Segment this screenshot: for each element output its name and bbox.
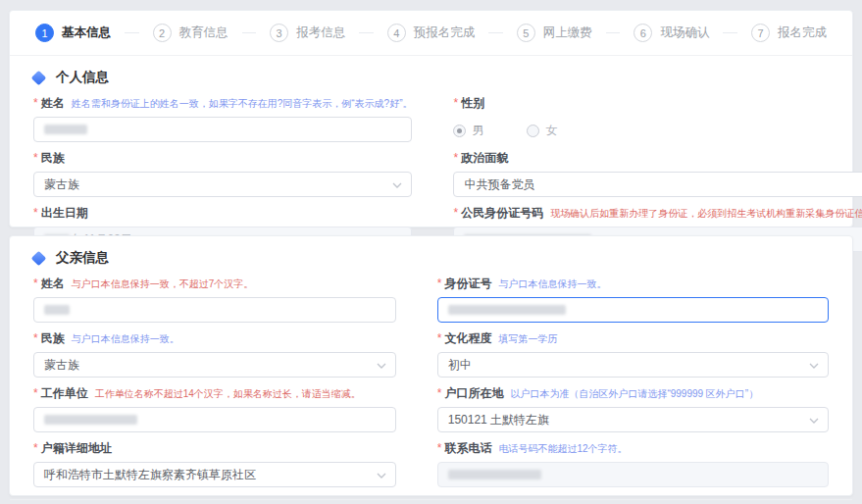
required-asterisk: * — [437, 331, 442, 345]
field-label: 公民身份证号码 — [461, 205, 543, 222]
field-hint: 以户口本为准（自治区外户口请选择“999999 区外户口”） — [510, 387, 758, 401]
required-asterisk: * — [437, 441, 442, 455]
step-online-payment[interactable]: 5 网上缴费 — [517, 24, 592, 42]
step-onsite-confirmation[interactable]: 6 现场确认 — [634, 24, 709, 42]
field-father-education: * 文化程度 填写第一学历 初中 — [437, 330, 829, 378]
radio-label: 男 — [472, 123, 483, 139]
field-label: 文化程度 — [444, 330, 491, 347]
field-label: 户口所在地 — [444, 385, 503, 402]
required-asterisk: * — [33, 96, 38, 110]
father-info-section-header: 父亲信息 — [10, 236, 852, 276]
personal-info-section-header: 个人信息 — [10, 56, 852, 95]
chevron-down-icon — [809, 416, 819, 426]
step-number-badge: 4 — [387, 24, 406, 42]
field-father-name: * 姓名 与户口本信息保持一致，不超过7个汉字。 — [33, 276, 396, 323]
field-label: 工作单位 — [41, 385, 88, 402]
field-label: 出生日期 — [41, 205, 88, 222]
step-number-badge: 6 — [634, 24, 652, 42]
redacted-value — [44, 415, 137, 425]
select-value: 中共预备党员 — [464, 176, 534, 193]
field-hint: 电话号码不能超过12个字符。 — [498, 442, 627, 456]
field-label: 政治面貌 — [461, 150, 508, 167]
field-household-area: * 户口所在地 以户口本为准（自治区外户口请选择“999999 区外户口”） 1… — [437, 385, 829, 432]
field-household-address: * 户籍详细地址 呼和浩特市土默特左旗察素齐镇草原社区 — [33, 440, 396, 487]
required-asterisk: * — [437, 277, 442, 290]
required-asterisk: * — [33, 386, 38, 400]
redacted-value — [44, 125, 87, 134]
section-title: 父亲信息 — [56, 249, 109, 267]
basic-info-card: 1 基本信息 2 教育信息 3 报考信息 4 预报名完成 5 网上缴费 6 现场… — [9, 10, 853, 227]
step-number-badge: 7 — [751, 24, 770, 42]
field-father-employer: * 工作单位 工作单位名称不超过14个汉字，如果名称过长，请适当缩减。 — [33, 385, 396, 432]
father-education-select[interactable]: 初中 — [437, 352, 829, 378]
chevron-down-icon — [377, 361, 386, 371]
field-label: 户籍详细地址 — [41, 440, 112, 457]
step-label: 基本信息 — [62, 25, 111, 41]
father-employer-input[interactable] — [33, 407, 396, 432]
step-connector — [359, 32, 374, 33]
diamond-icon — [31, 70, 47, 85]
step-number-badge: 2 — [153, 24, 172, 42]
field-label: 联系电话 — [444, 440, 491, 457]
required-asterisk: * — [453, 206, 458, 220]
registration-stepper: 1 基本信息 2 教育信息 3 报考信息 4 预报名完成 5 网上缴费 6 现场… — [10, 11, 852, 56]
step-label: 教育信息 — [179, 25, 228, 41]
required-asterisk: * — [33, 206, 38, 220]
father-name-input[interactable] — [33, 297, 396, 323]
select-value: 蒙古族 — [44, 176, 79, 193]
household-address-select[interactable]: 呼和浩特市土默特左旗察素齐镇草原社区 — [33, 462, 396, 487]
field-personal-ethnicity: * 民族 蒙古族 — [33, 150, 412, 197]
radio-label: 女 — [545, 123, 557, 139]
field-hint: 工作单位名称不超过14个汉字，如果名称过长，请适当缩减。 — [95, 387, 361, 401]
contact-phone-input — [437, 462, 829, 487]
personal-name-input[interactable] — [33, 117, 412, 142]
step-basic-info[interactable]: 1 基本信息 — [35, 24, 111, 42]
step-education-info[interactable]: 2 教育信息 — [153, 24, 228, 42]
chevron-down-icon — [377, 471, 386, 480]
political-status-select[interactable]: 中共预备党员 — [453, 172, 862, 197]
step-connector — [242, 32, 257, 33]
step-number-badge: 5 — [517, 24, 535, 42]
field-political-status: * 政治面貌 中共预备党员 — [453, 150, 862, 197]
select-value: 蒙古族 — [44, 357, 79, 374]
required-asterisk: * — [33, 151, 38, 165]
select-value: 150121 土默特左旗 — [448, 412, 549, 428]
step-label: 现场确认 — [660, 25, 709, 41]
field-hint: 与户口本信息保持一致。 — [72, 332, 179, 346]
radio-male: 男 — [453, 123, 483, 139]
select-value: 呼和浩特市土默特左旗察素齐镇草原社区 — [44, 467, 256, 483]
field-hint: 姓名需和身份证上的姓名一致，如果字不存在用?同音字表示，例“表示成?好”。 — [72, 97, 413, 111]
radio-icon — [453, 125, 466, 137]
step-connector — [606, 32, 621, 33]
step-connector — [488, 32, 503, 33]
field-father-id-number: * 身份证号 与户口本信息保持一致。 — [437, 276, 829, 323]
field-hint: 与户口本信息保持一致。 — [498, 277, 606, 291]
step-label: 报考信息 — [296, 25, 345, 41]
required-asterisk: * — [437, 386, 442, 400]
step-registration-done[interactable]: 7 报名完成 — [751, 24, 827, 42]
father-id-number-input[interactable] — [437, 297, 829, 323]
step-exam-info[interactable]: 3 报考信息 — [270, 24, 345, 42]
step-label: 预报名完成 — [414, 25, 476, 41]
field-contact-phone: * 联系电话 电话号码不能超过12个字符。 — [437, 440, 829, 487]
field-gender: * 性别 男 女 — [453, 95, 862, 142]
required-asterisk: * — [33, 277, 38, 290]
field-hint: 与户口本信息保持一致，不超过7个汉字。 — [72, 277, 254, 291]
father-ethnicity-select[interactable]: 蒙古族 — [33, 352, 396, 378]
required-asterisk: * — [453, 151, 458, 165]
personal-ethnicity-select[interactable]: 蒙古族 — [33, 172, 412, 197]
field-personal-name: * 姓名 姓名需和身份证上的姓名一致，如果字不存在用?同音字表示，例“表示成?好… — [33, 95, 412, 142]
father-info-fields: * 姓名 与户口本信息保持一致，不超过7个汉字。 * 身份证号 与户口本信息保持… — [10, 276, 852, 495]
diamond-icon — [31, 250, 47, 266]
required-asterisk: * — [33, 441, 38, 455]
radio-icon — [527, 125, 539, 137]
field-label: 身份证号 — [444, 276, 491, 292]
field-label: 民族 — [41, 150, 65, 167]
select-value: 初中 — [448, 357, 472, 374]
radio-female: 女 — [527, 123, 557, 139]
household-area-select[interactable]: 150121 土默特左旗 — [437, 407, 829, 432]
father-info-card: 父亲信息 * 姓名 与户口本信息保持一致，不超过7个汉字。 * 身份证号 与户口… — [9, 235, 853, 496]
field-label: 性别 — [461, 95, 484, 112]
step-pre-registration-done[interactable]: 4 预报名完成 — [387, 24, 476, 42]
field-label: 姓名 — [41, 95, 65, 112]
